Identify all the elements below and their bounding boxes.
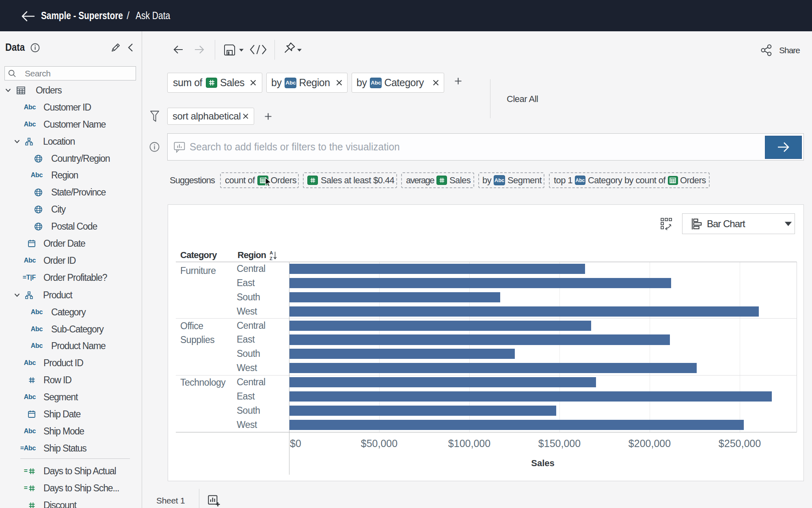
svg-text:A: A — [270, 250, 273, 255]
svg-text:Z: Z — [270, 256, 272, 261]
